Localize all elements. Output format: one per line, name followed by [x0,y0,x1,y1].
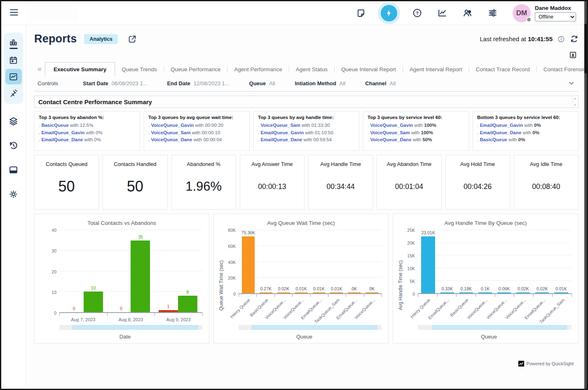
insight-item: . EmailQueue_Dane with 00:59:54 [258,137,355,142]
kpi-label: Avg Abandon Time [387,161,431,167]
conjunction: with [86,130,94,135]
help-button[interactable]: ? [412,8,422,18]
bar-emailqueue-6[interactable] [535,292,549,293]
bar-taskqueue-sam-5[interactable] [330,292,343,293]
queue-link[interactable]: VoiceQueue_Gavin [370,123,413,128]
queue-link[interactable]: EmailQueue_Dane [41,137,83,142]
bar-aug-8-2023-total-contacts[interactable] [131,241,150,312]
x-axis-title: Date [45,330,205,341]
tab-executive-summary[interactable]: Executive Summary [45,62,115,76]
refresh-button[interactable] [570,35,579,43]
filter-channel[interactable]: ChannelAll [365,80,396,86]
bar-voicequeue-4[interactable] [497,292,511,293]
summary-scrollbar[interactable]: ▲▼ [572,96,577,107]
insight-card-top-3-queues-by-service-level-60: Top 3 queues by service level 60:. Voice… [363,111,469,151]
queue-link[interactable]: VoiceQueue_Dane [370,137,411,142]
chart-scrollbar[interactable] [239,325,382,330]
bar-emailqueue-6[interactable] [348,292,361,293]
tab-queue-trends[interactable]: Queue Trends [115,63,164,76]
info-button[interactable] [558,35,565,43]
conjunction: with [192,130,200,135]
kpi-card-avg-idle-time: Avg Idle Time00:08:40 [514,155,579,210]
filter-label: Intiation Method [295,80,336,86]
bar-aug-9-2023-abandons[interactable] [159,310,178,312]
bar-voicequeue-7[interactable] [365,292,378,293]
open-in-new-tab-button[interactable] [128,35,137,44]
filter-intiation-method[interactable]: Intiation MethodAll [295,80,345,86]
tab-agent-interval-report[interactable]: Agent Interval Report [403,63,469,76]
export-button[interactable] [569,51,577,59]
queue-link[interactable]: EmailQueue_Gavin [480,123,523,128]
bar-aug-7-2023-total-contacts[interactable] [84,292,103,312]
sidebar-item-history[interactable] [8,140,19,152]
insight-value: 0% [518,137,525,142]
queue-link[interactable]: EmailQueue_Dane [480,130,521,135]
chart-scrollbar-thumb[interactable] [251,325,377,330]
tab-contact-forensics[interactable]: Contact Forensics [537,63,587,76]
queue-link[interactable]: VoiceQueue_Gavin [151,123,194,128]
queue-link[interactable]: VoiceQueue_Sam [260,123,300,128]
filter-queue[interactable]: QueueAll [249,80,275,86]
avatar[interactable]: DM [513,4,531,22]
tabs-scroll-left-button[interactable]: « [34,63,45,75]
sidebar-item-settings[interactable] [8,189,19,201]
bar-emailqueue-4[interactable] [313,292,326,293]
users-button[interactable] [462,8,473,18]
bar-taskqueue-sam-7[interactable] [554,292,568,293]
filter-end-date[interactable]: End Date12/08/2023 1... [167,80,229,86]
bar-basicqueue-1[interactable] [260,292,272,293]
analytics-nav-button[interactable] [437,8,447,18]
bar-column: 1 [159,230,178,312]
queue-link[interactable]: EmailQueue_Dane [260,137,302,142]
menu-toggle-button[interactable] [7,5,21,21]
sidebar-item-realtime-metrics[interactable] [5,36,22,51]
kpi-value-wrap: 00:04:26 [464,167,492,209]
chart-scrollbar[interactable] [418,325,572,330]
controls-collapse-button[interactable] [568,79,575,87]
queue-link[interactable]: VoiceQueue_Dane [151,137,192,142]
filter-label: Start Date [83,80,108,86]
sidebar-item-workspace[interactable] [8,165,19,177]
bar-voicequeue-5[interactable] [516,292,530,293]
queue-link[interactable]: VoiceQueue_Sam [151,130,190,135]
bar-aug-9-2023-total-contacts[interactable] [178,296,197,312]
sidebar-item-flows[interactable] [5,85,22,101]
tab-agent-performance[interactable]: Agent Performance [227,63,288,76]
chart-scrollbar[interactable] [59,325,202,330]
sidebar-item-historical-metrics[interactable] [5,52,22,68]
quick-actions-button[interactable] [381,5,397,21]
bar-value-label: 0.33K [441,286,452,291]
chart-scrollbar-thumb[interactable] [432,325,567,330]
chart-scrollbar-thumb[interactable] [72,325,198,330]
page-scrollbar[interactable] [584,1,587,389]
bar-voicequeue-3[interactable] [295,292,308,293]
tab-queue-performance[interactable]: Queue Performance [164,63,227,76]
tab-queue-interval-report[interactable]: Queue Interval Report [335,63,403,76]
bar-chart-icon [9,38,18,47]
filter-start-date[interactable]: Start Date06/08/2023 1... [83,80,147,86]
queue-link[interactable]: BasicQueue [480,137,507,142]
queue-link[interactable]: VoiceQueue_Sam [370,130,410,135]
bar-henry-queue-0[interactable] [421,236,435,293]
sidebar-item-channels[interactable] [8,116,19,128]
conjunction: with [305,130,313,135]
queue-link[interactable]: EmailQueue_Gavin [260,130,304,135]
users-icon [462,8,473,18]
notes-button[interactable] [356,8,366,18]
page-scrollbar-thumb[interactable] [584,24,587,73]
bar-emailqueue-1[interactable] [440,292,454,293]
status-select[interactable]: Offline [535,12,576,21]
bar-voicequeue-2[interactable] [277,292,290,293]
tab-agent-status[interactable]: Agent Status [289,63,334,76]
tab-contact-trace-record[interactable]: Contact Trace Record [469,63,536,76]
queue-link[interactable]: EmailQueue_Gavin [41,130,84,135]
queue-link[interactable]: BasicQueue [41,123,68,128]
settings-sliders-button[interactable] [487,8,498,18]
kpi-value-wrap: 00:00:13 [258,167,286,209]
sidebar-item-analytics-reports[interactable] [5,69,22,84]
bar-henry-queue-0[interactable] [242,236,255,293]
bar-voicequeue-3[interactable] [478,292,492,293]
download-icon [569,51,577,59]
bullet: . [477,137,478,142]
bar-basicqueue-2[interactable] [459,292,473,293]
